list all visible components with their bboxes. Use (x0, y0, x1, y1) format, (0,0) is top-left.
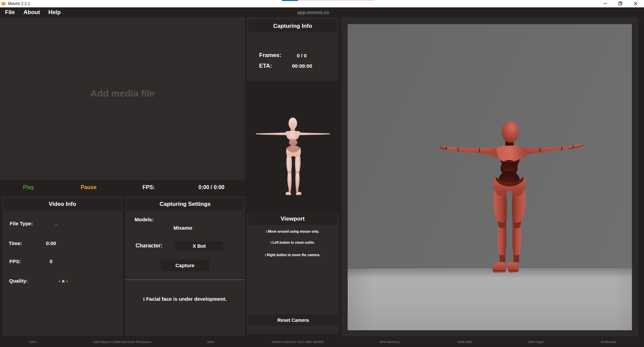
svg-text:M: M (2, 1, 6, 6)
